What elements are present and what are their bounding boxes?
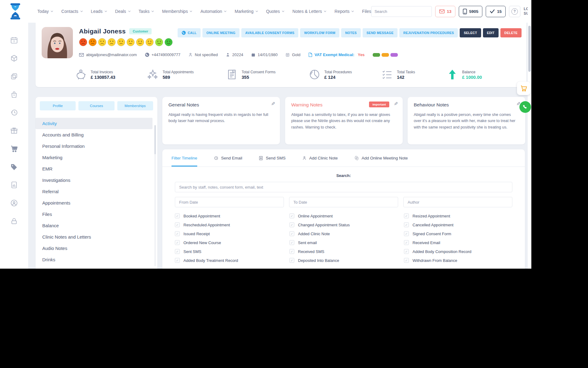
panel-section-item[interactable]: Appointments — [36, 197, 153, 209]
filter-option[interactable]: Added Body Treatment Record — [175, 258, 289, 263]
mood-face-icon[interactable] — [126, 38, 135, 46]
client-phone[interactable]: +447490009777 — [145, 52, 180, 57]
client-photo[interactable] — [42, 27, 73, 58]
nav-item[interactable]: Marketing — [235, 9, 258, 14]
filter-option[interactable]: Deposited Into Balance — [289, 258, 404, 263]
nav-item[interactable]: Deals — [115, 9, 131, 14]
checkbox-checked-icon[interactable] — [404, 222, 409, 227]
mood-face-icon[interactable] — [117, 38, 125, 46]
mood-face-icon[interactable] — [107, 38, 116, 46]
filter-option[interactable]: Resized Appointment — [404, 213, 518, 218]
nav-item[interactable]: Tasks — [139, 9, 154, 14]
checkbox-checked-icon[interactable] — [289, 258, 294, 263]
panel-section-item[interactable]: Investigations — [36, 174, 153, 186]
whatsapp-button[interactable] — [519, 101, 531, 113]
floating-cart-button[interactable] — [517, 82, 530, 95]
action-button[interactable]: ONLINE MEETING — [202, 28, 239, 37]
checkbox-checked-icon[interactable] — [404, 213, 409, 218]
filter-option[interactable]: Ordered New Course — [175, 240, 289, 245]
filter-option[interactable]: Received SMS — [289, 249, 404, 254]
client-email[interactable]: abigailjones@mailinator.com — [79, 52, 137, 57]
filter-option[interactable]: Online Appointment — [289, 213, 404, 218]
cart-icon[interactable] — [10, 145, 18, 153]
filter-option[interactable]: Rescheduled Appointment — [175, 222, 289, 227]
panel-section-item[interactable]: Activity — [36, 118, 153, 129]
panel-section-item[interactable]: Balance — [36, 220, 153, 231]
filter-option[interactable]: Cancelled Appointment — [404, 222, 518, 227]
checkbox-checked-icon[interactable] — [175, 231, 180, 236]
select-button[interactable]: SELECT — [460, 28, 481, 37]
panel-section-item[interactable]: Personal Information — [36, 140, 153, 152]
nav-item[interactable]: Files — [362, 9, 371, 14]
panel-section-item[interactable]: Marketing — [36, 152, 153, 163]
filter-option[interactable]: Sent email — [289, 240, 404, 245]
tasks-button[interactable]: 15 — [486, 6, 506, 17]
tab-send-email[interactable]: Send Email — [214, 149, 242, 167]
checkbox-checked-icon[interactable] — [289, 240, 294, 245]
filter-option[interactable]: Sent SMS — [175, 249, 289, 254]
tab-send-sms[interactable]: Send SMS — [259, 149, 286, 167]
inbox-button[interactable]: 13 — [435, 6, 455, 17]
filter-option[interactable]: Added Body Composition Record — [404, 249, 518, 254]
panel-section-item[interactable]: Drinks — [36, 254, 153, 265]
tab-filter-timeline[interactable]: Filter Timeline — [172, 149, 197, 167]
checkbox-checked-icon[interactable] — [289, 222, 294, 227]
tag-green[interactable] — [373, 53, 380, 57]
timeline-search-input[interactable] — [175, 182, 512, 192]
filter-option[interactable]: Added Clinic Note — [289, 231, 404, 236]
tab-add-clinic-note[interactable]: Add Clinic Note — [302, 149, 338, 167]
to-date-input[interactable] — [289, 197, 398, 207]
panel-section-item[interactable]: Files — [36, 209, 153, 220]
filter-option[interactable]: Signed Consent Form — [404, 231, 518, 236]
mood-face-icon[interactable] — [164, 38, 173, 46]
panel-section-item[interactable]: Clinic Notes and Letters — [36, 231, 153, 243]
mood-face-icon[interactable] — [89, 38, 97, 46]
checkbox-checked-icon[interactable] — [289, 249, 294, 254]
checkbox-checked-icon[interactable] — [175, 240, 180, 245]
from-date-input[interactable] — [175, 197, 284, 207]
nav-item[interactable]: Today — [37, 9, 53, 14]
shopping-bag-icon[interactable] — [10, 90, 18, 98]
edit-pencil-icon[interactable] — [271, 101, 275, 107]
mood-face-icon[interactable] — [98, 38, 106, 46]
price-tag-icon[interactable] — [10, 163, 18, 171]
nav-item[interactable]: Leads — [91, 9, 107, 14]
edit-button[interactable]: EDIT — [483, 28, 499, 37]
action-button[interactable]: WORKFLOW FORM — [300, 28, 339, 37]
search-input[interactable] — [375, 9, 428, 14]
author-input[interactable] — [403, 197, 512, 207]
checkbox-checked-icon[interactable] — [404, 249, 409, 254]
action-button[interactable]: REJUVENATION PROCEDURES — [399, 28, 458, 37]
checkbox-checked-icon[interactable] — [404, 258, 409, 263]
nav-item[interactable]: Notes & Letters — [292, 9, 327, 14]
filter-option[interactable]: Issued Receipt — [175, 231, 289, 236]
gift-icon[interactable] — [10, 127, 18, 135]
checkbox-checked-icon[interactable] — [404, 231, 409, 236]
panel-section-item[interactable]: Audio Notes — [36, 243, 153, 254]
panel-section-item[interactable]: Accounts and Billing — [36, 129, 153, 140]
panel-section-item[interactable]: EMR — [36, 163, 153, 174]
action-button[interactable]: AVAILABLE CONSENT FORMS — [241, 28, 299, 37]
calendar-icon[interactable] — [10, 36, 18, 44]
checkbox-checked-icon[interactable] — [404, 240, 409, 245]
app-scrollbar-thumb[interactable] — [528, 26, 531, 72]
filter-option[interactable]: Received Email — [404, 240, 518, 245]
edit-pencil-icon[interactable] — [394, 101, 398, 107]
lock-icon[interactable] — [10, 217, 18, 225]
support-person-icon[interactable] — [10, 199, 18, 207]
nav-item[interactable]: Automation — [200, 9, 227, 14]
history-clock-icon[interactable] — [10, 109, 18, 117]
filter-option[interactable]: Changed Appointment Status — [289, 222, 404, 227]
mood-face-icon[interactable] — [155, 38, 163, 46]
nav-item[interactable]: Memberships — [162, 9, 192, 14]
calls-button[interactable]: 5905 — [459, 6, 482, 17]
products-cube-icon[interactable] — [10, 54, 18, 62]
tag-orange[interactable] — [382, 53, 389, 57]
checkbox-checked-icon[interactable] — [289, 231, 294, 236]
action-button[interactable]: NOTES — [341, 28, 361, 37]
duplicate-squares-icon[interactable] — [10, 72, 18, 80]
action-button[interactable]: CALL — [178, 28, 201, 37]
checkbox-checked-icon[interactable] — [289, 213, 294, 218]
action-button[interactable]: SEND MESSAGE — [363, 28, 398, 37]
panel-tab[interactable]: Memberships — [117, 101, 153, 110]
